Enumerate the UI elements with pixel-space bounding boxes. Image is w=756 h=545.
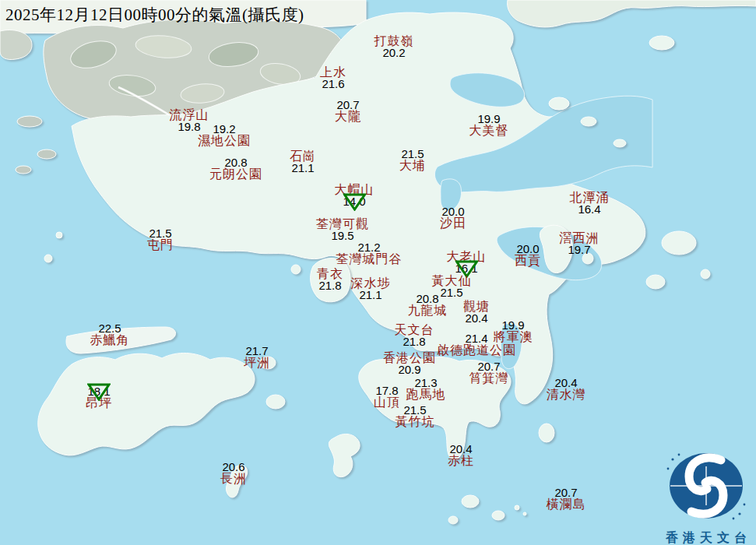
station-name: 大隴 [335,111,361,122]
station-value: 21.1 [351,289,391,301]
station-name: 筲箕灣 [469,372,509,384]
station-name: 西貢 [515,255,541,266]
station: 21.7 坪洲 [244,345,270,368]
station-name: 坪洲 [244,357,270,368]
station: 21.8 天文台 [395,324,434,347]
station-name: 大埔 [399,160,426,171]
map-title: 2025年12月12日00時00分的氣溫(攝氏度) [5,4,304,26]
station-value: 21.5 [399,148,426,160]
station-name: 屯門 [147,239,174,251]
temperature-map: 2025年12月12日00時00分的氣溫(攝氏度) 20.2 打鼓嶺 21.6 … [0,0,756,545]
station: 21.1 石崗 [290,150,316,174]
station-name: 黃竹坑 [396,416,435,427]
station-name: 天文台 [395,324,434,336]
station-value: 16.4 [570,203,610,215]
station-name: 九龍城 [408,304,448,316]
station: 20.8 元朗公園 [209,156,262,180]
station-value: 17.8 [374,385,400,396]
station-value: 21.7 [244,345,270,357]
station-value: 20.7 [469,360,509,372]
station: 20.7 橫瀾島 [547,487,586,510]
station: 20.7 大隴 [335,99,361,122]
station: 20.6 長洲 [220,461,247,484]
logo-name-zh: 香港天文台 [656,530,756,545]
station: 20.0 西貢 [515,243,541,266]
station-value: 20.4 [463,312,490,324]
station-name: 啟德跑道公園 [437,344,516,356]
station-name: 青衣 [317,268,343,280]
station-name: 大老山 [447,251,487,262]
station: 18.1 昂坪 [86,385,112,409]
station-value: 21.8 [317,280,343,291]
station: 16.4 北潭涌 [570,192,610,215]
station-name: 觀塘 [463,301,490,312]
stations-layer: 20.2 打鼓嶺 21.6 上水 20.7 大隴 19.8 流浮山 19.2 濕… [0,0,756,545]
station-name: 大美督 [469,125,509,136]
station: 20.4 清水灣 [547,377,586,400]
station: 20.4 觀塘 [463,301,490,324]
station-name: 跑馬地 [406,389,446,400]
station: 21.1 深水埗 [351,277,391,301]
station-name: 上水 [320,66,346,78]
station-name: 赤鱲角 [90,334,130,346]
station-value: 21.8 [395,336,434,347]
station-value: 16.1 [447,262,487,274]
station: 20.9 香港公園 [383,352,436,375]
station-value: 19.5 [316,230,369,241]
station-value: 18.1 [86,385,112,397]
station-value: 20.4 [448,443,474,455]
station-value: 14.0 [335,195,374,207]
station-name: 深水埗 [351,277,391,289]
station-name: 荃灣城門谷 [336,253,403,265]
station-name: 北潭涌 [570,192,610,203]
station: 20.4 赤柱 [448,443,474,466]
station-value: 20.7 [547,487,586,498]
station-value: 20.0 [515,243,541,255]
station-name: 滘西洲 [560,232,600,244]
station-name: 打鼓嶺 [374,35,414,47]
station-value: 20.9 [383,364,436,375]
station-value: 20.6 [220,461,247,473]
station-name: 荃灣可觀 [316,218,369,230]
hko-logo: 香港天文台 HONG KONG OBSERVATORY [656,450,756,545]
station-value: 19.2 [198,123,251,135]
station-value: 21.2 [336,241,403,253]
station-value: 20.8 [408,293,448,304]
station-name: 流浮山 [170,109,209,121]
station-value: 21.5 [396,404,435,416]
station-name: 橫瀾島 [547,498,586,510]
station: 20.8 九龍城 [408,293,448,316]
station-name: 長洲 [220,473,247,484]
station-value: 22.5 [90,322,130,334]
station-value: 21.3 [406,377,446,389]
station-value: 21.4 [437,332,516,344]
station-value: 20.0 [440,206,466,217]
station: 20.2 打鼓嶺 [374,35,414,58]
station: 16.1 大老山 [447,251,487,274]
station: 21.5 黃竹坑 [396,404,435,427]
station: 21.2 荃灣城門谷 [336,241,403,265]
station-name: 香港公園 [383,352,436,364]
station: 14.0 大帽山 [335,184,374,207]
station-value: 21.5 [147,227,174,239]
observatory-logo-icon [663,450,749,525]
station-name: 赤柱 [448,455,474,466]
station-value: 19.9 [494,319,533,331]
station: 19.2 濕地公園 [198,123,251,146]
station-value: 19.9 [469,113,509,125]
station: 21.5 大埔 [399,148,426,171]
station-name: 黃大仙 [432,275,472,287]
station-name: 大帽山 [335,184,374,195]
station-value: 19.7 [560,244,600,255]
station-name: 沙田 [440,217,466,229]
station-value: 20.8 [209,156,262,168]
station-value: 21.1 [290,162,316,174]
station: 20.7 筲箕灣 [469,360,509,384]
station-name: 清水灣 [547,389,586,400]
station: 22.5 赤鱲角 [90,322,130,346]
station-name: 濕地公園 [198,135,251,146]
station: 20.0 沙田 [440,206,466,229]
station-name: 石崗 [290,150,316,162]
station: 21.6 上水 [320,66,346,90]
station-name: 元朗公園 [209,168,262,180]
